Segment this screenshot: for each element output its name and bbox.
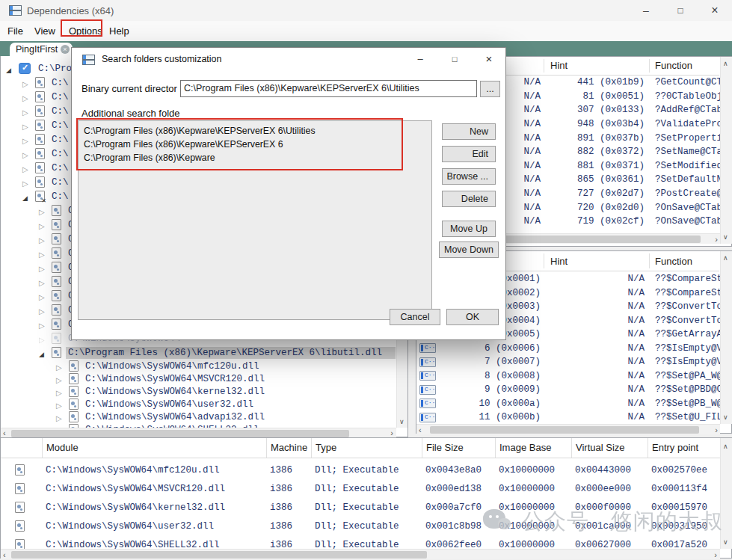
scroll-up-icon[interactable]: ∧	[723, 254, 728, 262]
scroll-right-icon[interactable]: ›	[390, 428, 393, 437]
expander-icon[interactable]	[6, 61, 17, 76]
expander-icon[interactable]	[39, 218, 50, 232]
dialog-close-button[interactable]: ×	[474, 48, 504, 70]
tab-close-icon[interactable]: ×	[61, 45, 70, 54]
exports-vertical-scrollbar[interactable]: ∧ ∨	[720, 251, 732, 424]
export-row[interactable]: 7 (0x0007) N/A ??$IsEmpty@V	[416, 355, 720, 369]
file-size-column-header[interactable]: File Size	[422, 438, 495, 458]
scroll-left-icon[interactable]: ‹	[419, 425, 422, 434]
tree-horizontal-scrollbar[interactable]: ‹ ›	[1, 428, 396, 437]
export-row[interactable]: 10 (0x000a) N/A ??$Set@PB_W@	[416, 397, 720, 411]
expander-icon[interactable]	[39, 345, 50, 360]
modules-hscroll-thumb[interactable]	[11, 551, 427, 559]
module-row[interactable]: C:\Windows\SysWOW64\SHELL32.dll i386 Dll…	[1, 535, 720, 549]
delete-button[interactable]: Delete	[442, 191, 496, 207]
scroll-down-icon[interactable]: ∨	[723, 233, 728, 241]
export-row[interactable]: 11 (0x000b) N/A ??$Set@U_FIL	[416, 410, 720, 424]
expander-icon[interactable]	[22, 147, 34, 161]
expander-icon[interactable]	[22, 132, 34, 147]
expander-icon[interactable]	[39, 317, 50, 331]
dialog-minimize-button[interactable]: –	[405, 48, 435, 70]
module-column-header[interactable]: Module	[42, 438, 266, 458]
move-down-button[interactable]: Move Down	[439, 241, 499, 258]
expander-icon[interactable]	[56, 422, 67, 428]
scroll-up-icon[interactable]: ∧	[723, 60, 728, 67]
menu-options[interactable]: Options	[64, 21, 107, 41]
exports-horizontal-scrollbar[interactable]: ‹ ›	[416, 424, 720, 434]
search-folders-list[interactable]: C:\Program Files (x86)\Kepware\KEPServer…	[78, 120, 432, 320]
export-row[interactable]: 9 (0x0009) N/A ??$Set@PBD@C	[416, 383, 720, 397]
menu-file[interactable]: File	[3, 21, 28, 41]
expander-icon[interactable]	[39, 289, 50, 303]
browse-button[interactable]: Browse ...	[442, 168, 496, 185]
modules-vertical-scrollbar[interactable]: ∧ ∨	[720, 438, 732, 549]
scroll-up-icon[interactable]: ∧	[723, 443, 728, 450]
entry-point-column-header[interactable]: Entry point	[648, 438, 720, 458]
tree-item[interactable]: C:\Windows\SysWOW64\mfc120u.dll	[1, 360, 396, 372]
tree-item[interactable]: C:\Windows\SysWOW64\kernel32.dll	[1, 385, 396, 398]
tree-item[interactable]: C:\Windows\SysWOW64\user32.dll	[1, 398, 396, 410]
module-row[interactable]: C:\Windows\SysWOW64\user32.dll i386 Dll;…	[1, 517, 720, 535]
expander-icon[interactable]	[22, 104, 34, 118]
minimize-button[interactable]: –	[629, 0, 663, 21]
imports-hscroll-thumb[interactable]	[505, 236, 701, 243]
export-row[interactable]: 6 (0x0006) N/A ??$IsEmpty@V	[416, 342, 720, 356]
new-button[interactable]: New	[442, 123, 496, 140]
expander-icon[interactable]	[22, 76, 34, 90]
expander-icon[interactable]	[39, 246, 50, 260]
scroll-right-icon[interactable]: ›	[714, 550, 717, 559]
virtual-size-column-header[interactable]: Virtual Size	[571, 438, 648, 458]
dialog-maximize-button[interactable]: □	[440, 48, 470, 70]
scroll-right-icon[interactable]: ›	[715, 425, 718, 434]
move-up-button[interactable]: Move Up	[442, 221, 496, 237]
scroll-left-icon[interactable]: ‹	[3, 428, 6, 437]
expander-icon[interactable]	[22, 189, 34, 203]
expander-icon[interactable]	[39, 274, 50, 289]
binary-directory-input[interactable]: C:\Program Files (x86)\Kepware\KEPServer…	[180, 80, 477, 97]
search-folder-item[interactable]: C:\Program Files (x86)\Kepware	[84, 151, 431, 164]
imports-hint-header[interactable]: Hint	[550, 60, 568, 71]
menu-help[interactable]: Help	[105, 21, 134, 41]
image-base-column-header[interactable]: Image Base	[495, 438, 571, 458]
expander-icon[interactable]	[39, 331, 50, 345]
tab-pingitfirst[interactable]: PingItFirst ×	[10, 43, 73, 56]
expander-icon[interactable]	[39, 232, 50, 246]
expander-icon[interactable]	[22, 118, 34, 132]
type-column-header[interactable]: Type	[311, 438, 422, 458]
scroll-down-icon[interactable]: ∨	[399, 418, 405, 425]
menu-view[interactable]: View	[30, 21, 60, 41]
expander-icon[interactable]	[22, 90, 34, 104]
scroll-down-icon[interactable]: ∨	[723, 538, 728, 546]
scroll-left-icon[interactable]: ‹	[3, 550, 6, 559]
search-folder-item[interactable]: C:\Program Files (x86)\Kepware\KEPServer…	[84, 138, 431, 151]
expander-icon[interactable]	[22, 161, 34, 175]
ok-button[interactable]: OK	[446, 309, 499, 325]
search-folder-item[interactable]: C:\Program Files (x86)\Kepware\KEPServer…	[84, 124, 431, 138]
exports-hscroll-thumb[interactable]	[430, 426, 699, 434]
expander-icon[interactable]	[39, 203, 50, 218]
expander-icon[interactable]	[22, 175, 34, 189]
imports-vertical-scrollbar[interactable]: ∧ ∨	[720, 57, 732, 244]
cancel-button[interactable]: Cancel	[390, 309, 440, 325]
modules-horizontal-scrollbar[interactable]: ‹ ›	[1, 549, 720, 559]
exports-hint-header[interactable]: Hint	[550, 256, 568, 267]
expander-icon[interactable]	[39, 303, 50, 317]
export-row[interactable]: 8 (0x0008) N/A ??$Set@PA_W@	[416, 369, 720, 384]
expander-icon[interactable]	[39, 260, 50, 274]
machine-column-header[interactable]: Machine	[266, 438, 311, 458]
browse-dots-button[interactable]: ...	[480, 81, 500, 97]
close-button[interactable]: ×	[698, 0, 732, 21]
imports-function-header[interactable]: Function	[655, 60, 692, 71]
tree-hscroll-thumb[interactable]	[11, 430, 349, 437]
tree-item[interactable]: C:\Windows\SysWOW64\advapi32.dll	[1, 410, 396, 423]
module-row[interactable]: C:\Windows\SysWOW64\mfc120u.dll i386 Dll…	[1, 461, 720, 479]
tree-item[interactable]: C:\Program Files (x86)\Kepware\KEPServer…	[1, 345, 396, 360]
exports-function-header[interactable]: Function	[655, 256, 692, 267]
module-row[interactable]: C:\Windows\SysWOW64\MSVCR120.dll i386 Dl…	[1, 479, 720, 498]
edit-button[interactable]: Edit	[442, 146, 496, 162]
module-row[interactable]: C:\Windows\SysWOW64\kernel32.dll i386 Dl…	[1, 498, 720, 517]
scroll-right-icon[interactable]: ›	[715, 235, 718, 244]
tree-item[interactable]: C:\Windows\SysWOW64\MSVCR120.dll	[1, 372, 396, 385]
maximize-button[interactable]: □	[663, 0, 698, 21]
scroll-down-icon[interactable]: ∨	[723, 413, 728, 421]
